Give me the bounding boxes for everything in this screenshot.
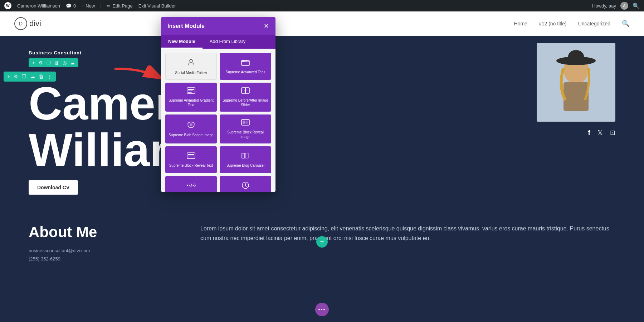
insert-module-modal[interactable]: Insert Module ✕ New Module Add From Libr… bbox=[161, 17, 275, 192]
advanced-tabs-icon bbox=[241, 59, 250, 68]
nav-uncategorized[interactable]: Uncategorized bbox=[578, 21, 610, 26]
divi-logo[interactable]: D divi bbox=[14, 17, 41, 30]
vb-toolbar: + ⚙ ❐ ☁ 🗑 ⋮ bbox=[4, 72, 56, 82]
modal-close-btn[interactable]: ✕ bbox=[264, 22, 269, 30]
profile-placeholder bbox=[537, 43, 615, 122]
module-business-hours[interactable]: Supreme Business Hours bbox=[220, 176, 271, 192]
hero-section: Business Consultant + ⚙ ❐ 🗑 ◎ ☁ Cameron … bbox=[0, 36, 644, 209]
row-settings-btn[interactable]: ⚙ bbox=[39, 60, 43, 65]
about-text: Lorem ipsum dolor sit amet consectetur a… bbox=[200, 224, 615, 243]
module-block-reveal-text[interactable]: Supreme Block Reveal Text bbox=[165, 146, 217, 173]
nav-home[interactable]: Home bbox=[514, 21, 527, 26]
module-advanced-tabs[interactable]: Supreme Advanced Tabs bbox=[220, 53, 271, 80]
module-animated-gradient-text[interactable]: Supreme Animated Gradient Text bbox=[165, 83, 217, 112]
tab-add-from-library[interactable]: Add From Library bbox=[203, 35, 253, 49]
about-right: Lorem ipsum dolor sit amet consectetur a… bbox=[200, 224, 615, 264]
admin-bar: W Cameron Williamson 💬 0 + New ✏ Edit Pa… bbox=[0, 0, 644, 11]
modal-body: Social Media Follow Supreme Advanced Tab… bbox=[161, 49, 275, 192]
module-social-media-follow[interactable]: Social Media Follow bbox=[165, 53, 217, 80]
svg-rect-4 bbox=[568, 50, 584, 63]
row-toggle-btn[interactable]: ◎ bbox=[63, 60, 67, 65]
admin-comments[interactable]: 💬 0 bbox=[66, 3, 76, 9]
instagram-icon[interactable]: ⊡ bbox=[610, 129, 615, 137]
breadcrumbs-icon bbox=[186, 182, 196, 190]
row-add-btn[interactable]: + bbox=[32, 60, 35, 65]
social-icons-container: f 𝕏 ⊡ bbox=[588, 129, 615, 137]
block-reveal-image-icon bbox=[241, 119, 250, 128]
dots-symbol: ••• bbox=[318, 307, 326, 312]
download-cv-btn[interactable]: Download CV bbox=[29, 180, 78, 195]
svg-point-17 bbox=[190, 123, 192, 126]
svg-rect-21 bbox=[187, 153, 195, 158]
site-search-icon[interactable]: 🔍 bbox=[622, 20, 630, 28]
svg-rect-20 bbox=[246, 121, 248, 124]
about-email: businessconsultant@divi.com bbox=[29, 248, 172, 253]
block-reveal-image-label: Supreme Block Reveal Image bbox=[223, 130, 268, 139]
social-media-follow-label: Social Media Follow bbox=[175, 70, 207, 75]
vb-settings-btn[interactable]: ⚙ bbox=[14, 74, 18, 79]
block-reveal-text-icon bbox=[187, 152, 195, 161]
profile-image bbox=[537, 43, 615, 122]
row-clone-btn[interactable]: ❐ bbox=[47, 60, 51, 65]
advanced-tabs-label: Supreme Advanced Tabs bbox=[225, 70, 265, 74]
admin-bar-right: Howdy, aay A 🔍 bbox=[592, 2, 640, 10]
blob-shape-label: Supreme Blob Shape Image bbox=[169, 133, 214, 137]
modal-header: Insert Module ✕ bbox=[161, 17, 275, 35]
svg-point-27 bbox=[187, 185, 188, 186]
admin-edit-page[interactable]: ✏ Edit Page bbox=[107, 3, 132, 9]
business-hours-icon bbox=[241, 181, 249, 191]
admin-site-name[interactable]: Cameron Williamson bbox=[17, 3, 60, 9]
wp-icon[interactable]: W bbox=[4, 2, 11, 9]
svg-rect-26 bbox=[241, 154, 242, 157]
blog-carousel-icon bbox=[241, 152, 250, 161]
admin-bar-divider bbox=[101, 3, 101, 9]
svg-rect-2 bbox=[564, 82, 589, 111]
before-after-label: Supreme Before/After Image Slider bbox=[223, 98, 268, 107]
site-header: D divi Home #12 (no title) Uncategorized… bbox=[0, 11, 644, 36]
module-blob-shape-image[interactable]: Supreme Blob Shape Image bbox=[165, 114, 217, 143]
profile-svg bbox=[537, 43, 615, 122]
purple-dots-btn[interactable]: ••• bbox=[315, 303, 329, 316]
about-phone: (255) 352-6259 bbox=[29, 256, 172, 262]
modal-title: Insert Module bbox=[167, 23, 205, 29]
admin-avatar[interactable]: A bbox=[620, 2, 628, 10]
modal-tabs: New Module Add From Library bbox=[161, 35, 275, 49]
module-block-reveal-image[interactable]: Supreme Block Reveal Image bbox=[220, 114, 271, 143]
row-toolbar: + ⚙ ❐ 🗑 ◎ ☁ bbox=[29, 58, 78, 67]
blog-carousel-label: Supreme Blog Carousel bbox=[226, 163, 264, 168]
module-blog-carousel[interactable]: Supreme Blog Carousel bbox=[220, 146, 271, 173]
admin-new[interactable]: + New bbox=[82, 3, 95, 9]
hero-name: Cameron Williamson bbox=[29, 80, 615, 173]
vb-more-btn[interactable]: ⋮ bbox=[47, 74, 52, 79]
business-label: Business Consultant bbox=[29, 50, 615, 55]
admin-search-icon[interactable]: 🔍 bbox=[633, 3, 640, 9]
vb-save-btn[interactable]: ☁ bbox=[30, 74, 35, 79]
block-reveal-text-label: Supreme Block Reveal Text bbox=[169, 163, 213, 168]
svg-point-6 bbox=[190, 59, 192, 62]
svg-rect-19 bbox=[243, 121, 245, 124]
nav-no-title[interactable]: #12 (no title) bbox=[539, 21, 567, 26]
module-breadcrumbs[interactable]: Supreme Breadcrumbs bbox=[165, 176, 217, 192]
divi-logo-text: divi bbox=[29, 19, 41, 28]
animated-gradient-label: Supreme Animated Gradient Text bbox=[168, 98, 214, 107]
blob-shape-icon bbox=[187, 121, 195, 131]
site-nav: Home #12 (no title) Uncategorized 🔍 bbox=[514, 20, 630, 28]
vb-add-btn[interactable]: + bbox=[7, 74, 10, 79]
row-delete-btn[interactable]: 🗑 bbox=[54, 60, 59, 65]
tab-new-module[interactable]: New Module bbox=[161, 35, 203, 49]
divi-logo-circle: D bbox=[14, 17, 27, 30]
social-media-follow-icon bbox=[187, 58, 195, 68]
twitter-icon[interactable]: 𝕏 bbox=[597, 129, 603, 137]
admin-exit-vb[interactable]: Exit Visual Builder bbox=[138, 3, 176, 9]
facebook-icon[interactable]: f bbox=[588, 129, 590, 137]
module-before-after-slider[interactable]: Supreme Before/After Image Slider bbox=[220, 83, 271, 112]
about-title: About Me bbox=[29, 224, 172, 241]
svg-rect-25 bbox=[245, 153, 248, 158]
vb-clone-btn[interactable]: ❐ bbox=[22, 74, 26, 79]
main-content: + ⚙ ❐ ☁ 🗑 ⋮ Business Consultant + ⚙ ❐ 🗑 … bbox=[0, 36, 644, 322]
admin-howdy: Howdy, aay bbox=[592, 3, 616, 9]
plus-btn-between-sections[interactable]: + bbox=[316, 236, 328, 248]
about-left: About Me businessconsultant@divi.com (25… bbox=[29, 224, 172, 264]
row-save-btn[interactable]: ☁ bbox=[70, 60, 75, 65]
vb-trash-btn[interactable]: 🗑 bbox=[39, 74, 44, 79]
